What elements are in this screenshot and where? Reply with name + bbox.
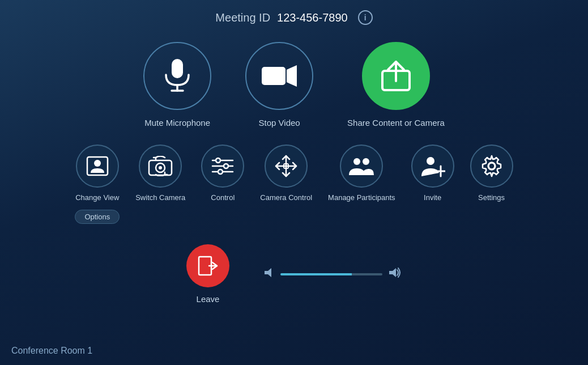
switch-camera-icon [148,156,173,176]
volume-control [263,267,402,281]
camera-control-group: Camera Control [260,145,312,202]
leave-group: Leave [186,244,229,304]
manage-participants-group: Manage Participants [328,145,395,202]
share-content-button[interactable] [362,42,430,110]
switch-camera-button[interactable] [139,145,182,188]
camera-icon [262,64,297,88]
gear-icon [480,155,503,177]
control-group: Control [201,145,244,202]
svg-point-23 [427,157,434,165]
mute-microphone-label: Mute Microphone [144,118,210,128]
volume-slider[interactable] [280,273,382,275]
svg-marker-31 [389,268,396,277]
secondary-buttons-row: Change View Options Switch Camera [0,145,588,224]
meeting-id-value: 123-456-7890 [277,11,348,24]
share-icon [379,60,413,92]
stop-video-label: Stop Video [259,118,300,128]
footer: Conference Room 1 [11,346,92,356]
stop-video-group: Stop Video [245,42,313,128]
mute-microphone-group: Mute Microphone [143,42,211,128]
svg-point-27 [488,163,495,169]
move-icon [275,155,297,177]
invite-label: Invite [424,193,441,202]
settings-group: Settings [470,145,513,202]
svg-point-21 [353,158,360,165]
change-view-group: Change View Options [75,145,120,224]
svg-marker-4 [287,65,297,87]
bottom-row: Leave [0,244,588,304]
settings-label: Settings [478,193,505,202]
invite-group: Invite [411,145,454,202]
change-view-button[interactable] [76,145,119,188]
room-label: Conference Room 1 [11,346,92,355]
volume-low-icon [263,267,275,281]
camera-control-label: Camera Control [260,193,312,202]
stop-video-button[interactable] [245,42,313,110]
switch-camera-group: Switch Camera [135,145,185,202]
switch-camera-label: Switch Camera [135,193,185,202]
control-button[interactable] [201,145,244,188]
invite-button[interactable] [411,145,454,188]
camera-control-button[interactable] [265,145,308,188]
meeting-id-label: Meeting ID [215,11,270,24]
share-content-group: Share Content or Camera [347,42,445,128]
exit-icon [198,256,218,276]
svg-point-15 [224,164,228,168]
share-content-label: Share Content or Camera [347,118,445,128]
svg-marker-30 [265,268,271,277]
svg-point-13 [216,158,220,163]
group-icon [348,156,375,176]
change-view-label: Change View [75,193,119,202]
microphone-icon [163,59,192,93]
svg-point-22 [363,158,369,165]
info-icon[interactable]: i [358,10,373,25]
control-label: Control [211,193,235,202]
main-buttons-row: Mute Microphone Stop Video Share Content… [0,42,588,128]
svg-point-11 [159,166,162,169]
leave-label: Leave [197,294,220,304]
manage-participants-label: Manage Participants [328,193,395,202]
leave-button[interactable] [186,244,229,287]
change-view-icon [86,156,109,176]
svg-point-8 [94,160,101,167]
svg-rect-3 [262,67,286,85]
svg-rect-0 [172,59,183,78]
svg-point-17 [218,169,223,174]
sliders-icon [211,156,234,176]
mute-microphone-button[interactable] [143,42,211,110]
volume-high-icon [388,267,402,281]
person-add-icon [420,155,445,177]
options-button[interactable]: Options [75,210,120,224]
settings-button[interactable] [470,145,513,188]
manage-participants-button[interactable] [340,145,383,188]
header: Meeting ID 123-456-7890 i [0,0,588,31]
